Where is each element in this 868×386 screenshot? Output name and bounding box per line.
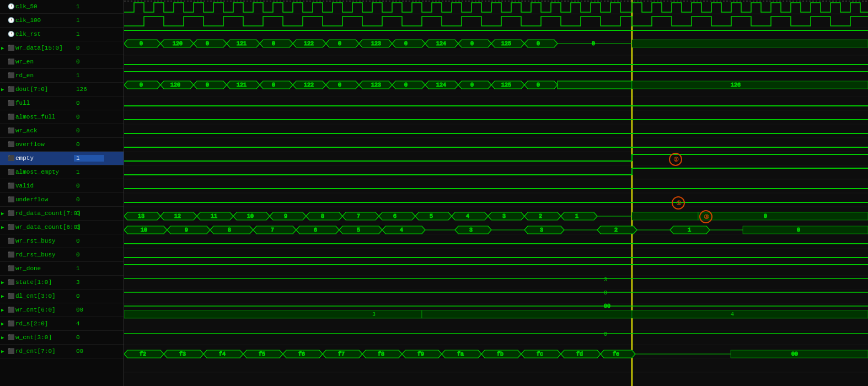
- svg-marker-84: [524, 81, 558, 89]
- signal-row[interactable]: 🕐 clk_rst 1: [0, 28, 124, 41]
- svg-text:7: 7: [357, 213, 360, 219]
- signal-row[interactable]: ⬛ wr_en 0: [0, 55, 124, 69]
- signal-row[interactable]: ▶ ⬛ wr_data[15:0] 0: [0, 41, 124, 55]
- svg-text:12: 12: [174, 213, 181, 219]
- bus-icon: ⬛: [8, 334, 14, 341]
- svg-marker-149: [382, 226, 425, 234]
- svg-text:1: 1: [575, 213, 578, 219]
- sig-icon: ⬛: [8, 100, 14, 106]
- signal-value: 0: [74, 238, 104, 244]
- signal-row[interactable]: ▶ ⬛ state[1:0] 3: [0, 276, 124, 290]
- bus-icon: ⬛: [8, 293, 14, 299]
- svg-text:fc: fc: [537, 351, 543, 357]
- bus-icon: ⬛: [8, 307, 14, 313]
- svg-marker-49: [458, 40, 491, 47]
- svg-text:9: 9: [185, 227, 188, 233]
- signal-value: 0: [74, 293, 104, 299]
- signal-label: clk_rst: [15, 31, 41, 37]
- svg-text:f2: f2: [140, 351, 146, 357]
- sig-icon: ⬛: [8, 251, 14, 258]
- signal-row-empty[interactable]: ⬛ empty 1: [0, 152, 124, 165]
- signal-row[interactable]: ▶ ⬛ rd_cnt[7:0] 00: [0, 345, 124, 358]
- svg-text:0: 0: [604, 331, 607, 337]
- signal-label: almost_empty: [15, 169, 59, 175]
- signal-label: state[1:0]: [15, 279, 52, 286]
- svg-text:125: 125: [501, 82, 511, 88]
- signal-value: 3: [74, 224, 104, 230]
- svg-text:0: 0: [206, 41, 209, 47]
- waveform-area[interactable]: 0 120 0 121 0 122 0 123 0 124: [124, 0, 868, 386]
- signal-row[interactable]: ⬛ wr_done 1: [0, 262, 124, 276]
- signal-row[interactable]: ▶ ⬛ w_cnt[3:0] 0: [0, 331, 124, 345]
- sig-icon: ⬛: [8, 238, 14, 244]
- main-container: 🕐 clk_50 1 🕐 clk_100 1 🕐 clk_rst 1: [0, 0, 868, 386]
- expand-icon: ▶: [1, 224, 7, 230]
- signal-row[interactable]: ▶ ⬛ dl_cnt[3:0] 0: [0, 290, 124, 303]
- signal-label: underflow: [15, 196, 48, 203]
- signal-value: 0: [74, 114, 104, 120]
- signal-row[interactable]: ⬛ valid 0: [0, 179, 124, 193]
- signal-row[interactable]: ⬛ full 0: [0, 96, 124, 110]
- signal-label: empty: [15, 155, 34, 162]
- svg-marker-53: [524, 40, 558, 47]
- clock-icon: 🕐: [8, 3, 14, 10]
- signal-value: 126: [74, 86, 104, 93]
- svg-text:0: 0: [604, 290, 607, 296]
- signal-label: wr_en: [15, 58, 34, 65]
- svg-text:0: 0: [338, 41, 341, 47]
- bus-icon: ⬛: [8, 279, 14, 286]
- signal-row[interactable]: ⬛ almost_full 0: [0, 110, 124, 124]
- svg-text:0: 0: [764, 213, 767, 219]
- svg-text:f7: f7: [338, 351, 345, 357]
- svg-text:0: 0: [140, 82, 143, 88]
- expand-icon: ▶: [1, 280, 7, 286]
- signal-row[interactable]: ▶ ⬛ dout[7:0] 126: [0, 83, 124, 96]
- expand-icon: ▶: [1, 87, 7, 93]
- svg-marker-72: [326, 81, 359, 89]
- svg-marker-121: [415, 212, 452, 220]
- expand-icon: ▶: [1, 321, 7, 327]
- signal-value: 0: [74, 183, 104, 189]
- svg-text:120: 120: [170, 82, 180, 88]
- svg-text:13: 13: [138, 213, 144, 219]
- signal-row[interactable]: ⬛ almost_empty 1: [0, 165, 124, 179]
- svg-text:3: 3: [540, 227, 543, 233]
- svg-marker-125: [488, 212, 524, 220]
- signal-row[interactable]: ⬛ wr_rst_busy 0: [0, 234, 124, 248]
- signal-row[interactable]: ⬛ rd_rst_busy 0: [0, 248, 124, 262]
- signal-row[interactable]: 🕐 clk_100 1: [0, 14, 124, 28]
- bus-icon: ⬛: [8, 348, 14, 355]
- svg-text:0: 0: [470, 82, 474, 88]
- expand-icon: ▶: [1, 307, 7, 313]
- signal-label: rd_cnt[7:0]: [15, 348, 56, 355]
- svg-text:0: 0: [537, 41, 540, 47]
- signal-row[interactable]: ⬛ underflow 0: [0, 193, 124, 207]
- svg-text:3: 3: [604, 277, 607, 283]
- svg-text:6: 6: [314, 227, 317, 233]
- signal-row[interactable]: ⬛ wr_ack 0: [0, 124, 124, 138]
- signal-value: 0: [74, 251, 104, 258]
- signal-row[interactable]: 🕐 clk_50 1: [0, 0, 124, 14]
- svg-rect-181: [632, 310, 868, 318]
- signal-row[interactable]: ▶ ⬛ rd_s[2:0] 4: [0, 317, 124, 331]
- signal-label: rd_rst_busy: [15, 251, 56, 258]
- svg-text:fe: fe: [613, 351, 619, 357]
- signal-label: wr_done: [15, 265, 41, 272]
- clock-icon: 🕐: [8, 31, 14, 37]
- svg-text:3: 3: [502, 213, 506, 219]
- signal-row[interactable]: ⬛ rd_en 1: [0, 69, 124, 83]
- svg-text:fa: fa: [457, 351, 464, 357]
- signal-row[interactable]: ▶ ⬛ rd_data_count[7:0] 0: [0, 207, 124, 221]
- svg-marker-64: [194, 81, 227, 89]
- signal-label: valid: [15, 183, 34, 189]
- signal-row[interactable]: ▶ ⬛ wr_data_count[6:0] 3: [0, 221, 124, 234]
- expand-icon: ▶: [1, 211, 7, 217]
- sig-icon: ⬛: [8, 72, 14, 79]
- svg-marker-41: [326, 40, 359, 47]
- svg-text:124: 124: [436, 82, 446, 88]
- svg-marker-45: [392, 40, 425, 47]
- signal-row[interactable]: ⬛ overflow 0: [0, 138, 124, 152]
- signal-row[interactable]: ▶ ⬛ wr_cnt[6:0] 00: [0, 303, 124, 317]
- svg-rect-132: [632, 212, 698, 220]
- signal-label: wr_rst_busy: [15, 238, 56, 244]
